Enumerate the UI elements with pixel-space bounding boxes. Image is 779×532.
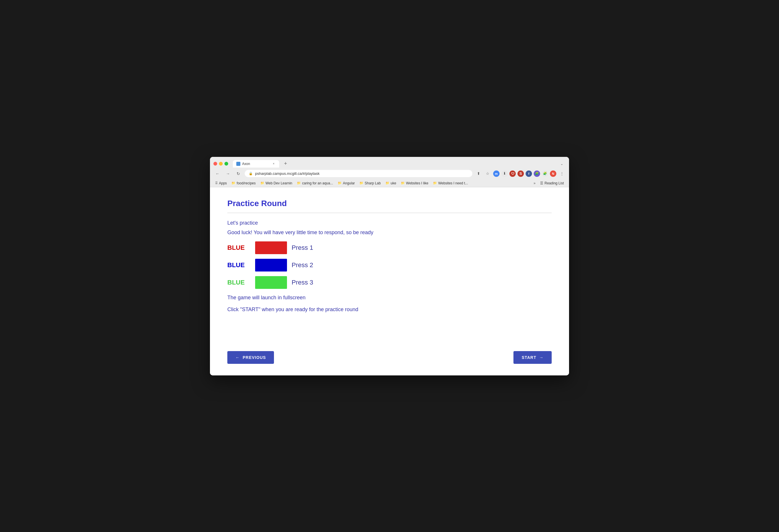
folder-icon: 📁 (297, 181, 301, 185)
more-options-icon[interactable]: ⋮ (558, 170, 565, 178)
color-row-3: BLUE Press 3 (227, 276, 552, 289)
bookmark-angular-label: Angular (343, 181, 355, 185)
color-swatch-2 (255, 259, 287, 271)
traffic-lights (214, 162, 228, 165)
bookmark-food[interactable]: 📁 food/recipes (230, 181, 257, 186)
apps-grid-icon: ⠿ (215, 181, 218, 185)
page-title: Practice Round (227, 199, 552, 208)
browser-window: Axon × + ⌄ ← → ↻ 🔒 psharplab.campus.mcgi… (210, 157, 569, 376)
title-bar: Axon × + ⌄ (210, 157, 569, 168)
folder-icon: 📁 (359, 181, 363, 185)
close-button[interactable] (214, 162, 217, 165)
instruction-good-luck: Good luck! You will have very little tim… (227, 229, 552, 236)
forward-button[interactable]: → (224, 170, 232, 178)
bookmark-apps[interactable]: ⠿ Apps (214, 181, 229, 186)
tab-row: Axon × + ⌄ (214, 160, 565, 168)
color-word-3: BLUE (227, 279, 250, 286)
bookmark-sharplab[interactable]: 📁 Sharp Lab (358, 181, 382, 186)
color-swatch-3 (255, 276, 287, 289)
back-button[interactable]: ← (214, 170, 222, 178)
extension-icon-s[interactable]: S (518, 171, 524, 177)
bookmark-angular[interactable]: 📁 Angular (336, 181, 357, 186)
instruction-lets-practice: Let's practice (227, 220, 552, 226)
bookmarks-bar: ⠿ Apps 📁 food/recipes 📁 Web Dev Learnin … (210, 180, 569, 187)
folder-icon: 📁 (338, 181, 342, 185)
bookmark-apps-label: Apps (219, 181, 227, 185)
bookmark-websites-like[interactable]: 📁 Websites I like (399, 181, 430, 186)
previous-button[interactable]: ← PREVIOUS (227, 351, 274, 364)
bookmark-webdev[interactable]: 📁 Web Dev Learnin (258, 181, 294, 186)
lock-icon: 🔒 (249, 172, 253, 176)
bookmark-sharplab-label: Sharp Lab (365, 181, 380, 185)
color-word-1: BLUE (227, 244, 250, 252)
color-row-2: BLUE Press 2 (227, 259, 552, 271)
folder-icon: 📁 (433, 181, 437, 185)
share-icon[interactable]: ⬆ (475, 170, 482, 178)
bookmark-uke[interactable]: 📁 uke (384, 181, 398, 186)
bookmarks-more-button[interactable]: » (532, 181, 537, 186)
press-label-3: Press 3 (292, 279, 313, 286)
reading-list-label: Reading List (544, 181, 564, 185)
extensions-button[interactable]: 🧩 (542, 171, 548, 177)
nav-actions: ⬆ ☆ m ℹ 🛡 S f 🧩 🧩 N ⋮ (475, 170, 565, 178)
active-tab[interactable]: Axon × (233, 160, 279, 168)
bookmark-aqua[interactable]: 📁 caring for an aqua... (295, 181, 335, 186)
folder-icon: 📁 (260, 181, 264, 185)
bookmark-webdev-label: Web Dev Learnin (265, 181, 293, 185)
color-row-1: BLUE Press 1 (227, 242, 552, 254)
url-text: psharplab.campus.mcgill.ca/#/playtask (255, 171, 320, 176)
folder-icon: 📁 (385, 181, 390, 185)
navigation-buttons: ← PREVIOUS START → (227, 351, 552, 364)
previous-button-label: PREVIOUS (243, 355, 266, 360)
bookmark-food-label: food/recipes (237, 181, 255, 185)
right-arrow-icon: → (539, 355, 544, 360)
bookmark-icon[interactable]: ☆ (484, 170, 491, 178)
address-bar[interactable]: 🔒 psharplab.campus.mcgill.ca/#/playtask (245, 170, 472, 177)
tab-favicon (236, 162, 240, 166)
bookmark-websites-need[interactable]: 📁 Websites I need t... (431, 181, 470, 186)
fullscreen-notice: The game will launch in fullscreen (227, 295, 552, 301)
reading-list-icon: ☰ (540, 181, 543, 185)
bookmark-aqua-label: caring for an aqua... (302, 181, 333, 185)
tab-title: Axon (242, 162, 250, 166)
press-label-1: Press 1 (292, 244, 313, 252)
folder-icon: 📁 (401, 181, 405, 185)
tab-close-icon[interactable]: × (272, 162, 276, 166)
left-arrow-icon: ← (235, 355, 240, 360)
reload-button[interactable]: ↻ (234, 170, 242, 178)
profile-avatar-n[interactable]: N (550, 171, 556, 177)
extension-icon-shield[interactable]: 🛡 (510, 171, 516, 177)
profile-icon-m[interactable]: m (493, 171, 499, 177)
divider (227, 213, 552, 213)
color-word-2: BLUE (227, 261, 250, 269)
color-swatch-1 (255, 242, 287, 254)
new-tab-button[interactable]: + (282, 160, 290, 168)
folder-icon: 📁 (231, 181, 235, 185)
color-mapping-section: BLUE Press 1 BLUE Press 2 BLUE Press 3 (227, 242, 552, 289)
reading-list-item[interactable]: ☰ Reading List (538, 181, 565, 186)
start-instruction: Click "START" when you are ready for the… (227, 307, 552, 313)
start-button[interactable]: START → (514, 351, 552, 364)
extension-icon-puzzle[interactable]: 🧩 (534, 171, 540, 177)
nav-bar: ← → ↻ 🔒 psharplab.campus.mcgill.ca/#/pla… (210, 168, 569, 180)
tab-expand-icon[interactable]: ⌄ (558, 161, 565, 167)
press-label-2: Press 2 (292, 261, 313, 269)
extension-icon-f[interactable]: f (526, 171, 532, 177)
minimize-button[interactable] (219, 162, 223, 165)
bookmark-uke-label: uke (391, 181, 396, 185)
content-area: Practice Round Let's practice Good luck!… (210, 187, 569, 376)
bookmark-websites-need-label: Websites I need t... (438, 181, 468, 185)
start-button-label: START (522, 355, 536, 360)
bookmark-websites-like-label: Websites I like (406, 181, 428, 185)
maximize-button[interactable] (225, 162, 228, 165)
extension-icon-info[interactable]: ℹ (501, 171, 507, 177)
